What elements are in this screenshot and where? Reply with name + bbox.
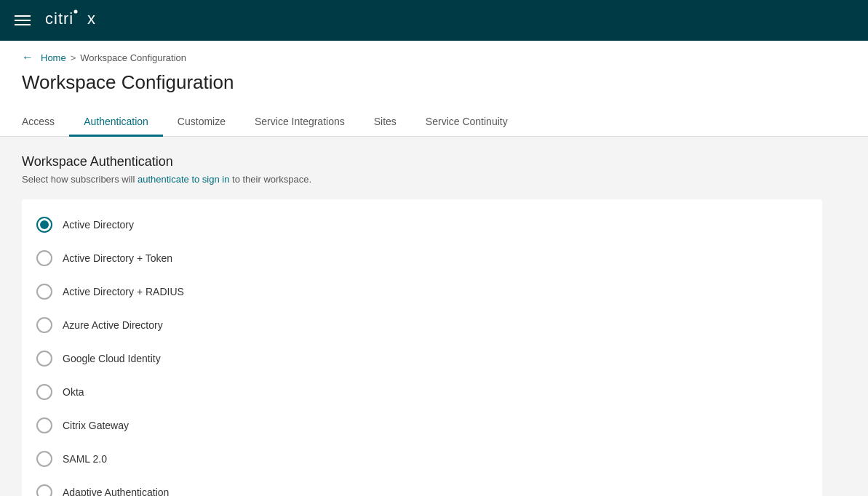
svg-text:x: x bbox=[87, 9, 95, 28]
radio-circle-google-cloud-identity bbox=[36, 351, 52, 367]
section-subtitle: Select how subscribers will authenticate… bbox=[22, 174, 846, 185]
svg-text:citri: citri bbox=[45, 9, 73, 28]
breadcrumb-separator: > bbox=[71, 52, 76, 63]
radio-option-okta[interactable]: Okta bbox=[36, 375, 808, 409]
back-button[interactable]: ← bbox=[22, 51, 33, 64]
radio-label-saml-2: SAML 2.0 bbox=[63, 453, 107, 465]
radio-label-adaptive-authentication: Adaptive Authentication bbox=[63, 487, 169, 496]
radio-circle-adaptive-authentication bbox=[36, 484, 52, 496]
radio-circle-saml-2 bbox=[36, 451, 52, 467]
radio-circle-okta bbox=[36, 384, 52, 400]
radio-option-active-directory-token[interactable]: Active Directory + Token bbox=[36, 241, 808, 275]
radio-label-google-cloud-identity: Google Cloud Identity bbox=[63, 353, 161, 364]
radio-label-active-directory: Active Directory bbox=[63, 219, 134, 231]
breadcrumb-home[interactable]: Home bbox=[41, 52, 66, 63]
breadcrumb-current: Workspace Configuration bbox=[80, 52, 186, 63]
radio-label-active-directory-radius: Active Directory + RADIUS bbox=[63, 286, 184, 297]
radio-option-google-cloud-identity[interactable]: Google Cloud Identity bbox=[36, 342, 808, 375]
subtitle-after: to their workspace. bbox=[229, 174, 311, 185]
tab-sites[interactable]: Sites bbox=[359, 108, 411, 137]
radio-option-citrix-gateway[interactable]: Citrix Gateway bbox=[36, 409, 808, 442]
radio-option-active-directory[interactable]: Active Directory bbox=[36, 208, 808, 241]
radio-circle-active-directory-radius bbox=[36, 284, 52, 300]
section-title: Workspace Authentication bbox=[22, 154, 846, 169]
radio-label-citrix-gateway: Citrix Gateway bbox=[63, 420, 129, 431]
radio-circle-citrix-gateway bbox=[36, 417, 52, 433]
content-area: Workspace Authentication Select how subs… bbox=[0, 137, 868, 496]
auth-options-card: Active Directory Active Directory + Toke… bbox=[22, 199, 822, 496]
radio-option-adaptive-authentication[interactable]: Adaptive Authentication bbox=[36, 476, 808, 496]
tab-customize[interactable]: Customize bbox=[163, 108, 240, 137]
tab-service-continuity[interactable]: Service Continuity bbox=[411, 108, 522, 137]
radio-label-okta: Okta bbox=[63, 386, 84, 398]
radio-label-azure-active-directory: Azure Active Directory bbox=[63, 319, 163, 331]
radio-option-azure-active-directory[interactable]: Azure Active Directory bbox=[36, 308, 808, 342]
tab-bar: Access Authentication Customize Service … bbox=[0, 108, 868, 137]
radio-label-active-directory-token: Active Directory + Token bbox=[63, 252, 172, 264]
breadcrumb: ← Home > Workspace Configuration bbox=[0, 41, 868, 64]
subtitle-highlight: authenticate to sign in bbox=[138, 174, 229, 185]
svg-point-2 bbox=[74, 10, 78, 14]
radio-option-saml-2[interactable]: SAML 2.0 bbox=[36, 442, 808, 476]
page-title: Workspace Configuration bbox=[0, 64, 868, 94]
topbar: citri x bbox=[0, 0, 868, 41]
tab-authentication[interactable]: Authentication bbox=[69, 108, 163, 137]
radio-circle-azure-active-directory bbox=[36, 317, 52, 333]
menu-icon[interactable] bbox=[15, 15, 31, 25]
radio-circle-active-directory-token bbox=[36, 250, 52, 266]
tab-access[interactable]: Access bbox=[22, 108, 69, 137]
citrix-logo: citri x bbox=[45, 8, 111, 33]
radio-circle-active-directory bbox=[36, 217, 52, 233]
subtitle-before: Select how subscribers will bbox=[22, 174, 138, 185]
radio-option-active-directory-radius[interactable]: Active Directory + RADIUS bbox=[36, 275, 808, 308]
tab-service-integrations[interactable]: Service Integrations bbox=[240, 108, 359, 137]
